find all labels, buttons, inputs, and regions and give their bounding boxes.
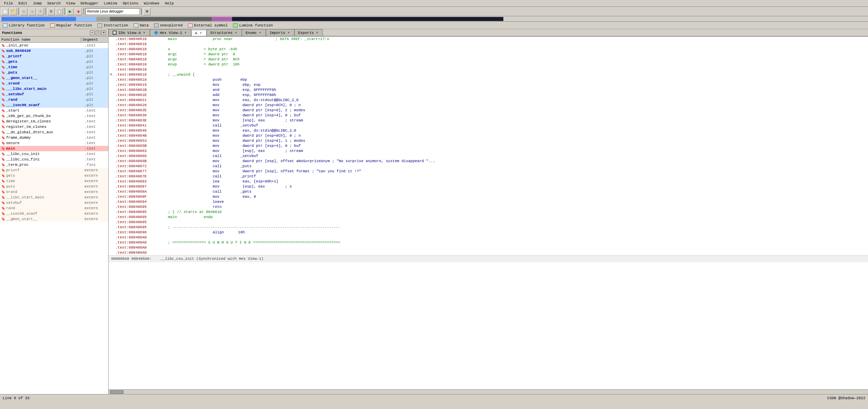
code-line[interactable]: .text:08048646 mov eax, ds:stdin@@GLIBC_… [109,128,868,133]
tab-close-structures[interactable]: × [234,31,238,35]
code-line[interactable]: .text:0804862E mov dword ptr [esp+8], 2 … [109,108,868,113]
function-row[interactable]: 🔖putsextern [0,184,108,189]
code-line[interactable]: .text:08048696 align 10h [109,230,868,235]
code-line[interactable]: .text:08048683 lea eax, [esp+80h+s] [109,179,868,184]
tab-close-exports[interactable]: × [315,31,319,35]
code-line[interactable]: .text:0804861B and esp, 0FFFFFFF0h [109,87,868,93]
function-row[interactable]: 🔖__gmon_start__extern [0,216,108,222]
function-row[interactable]: 🔖__libc_start_mainextern [0,195,108,200]
code-line[interactable]: .text:08048618argv = dword ptr 0Ch [109,57,868,62]
function-row[interactable]: 🔖randextern [0,206,108,211]
code-line[interactable]: .text:08048694 leave [109,199,868,204]
function-row[interactable]: 🔖__gmon_start__.plt [0,75,108,81]
code-line[interactable]: .text:0804865B mov dword ptr [esp+4], 0 … [109,143,868,149]
function-row[interactable]: 🔖__libc_csu_fini.text [0,157,108,162]
function-row[interactable]: 🔖_gets.plt [0,59,108,64]
function-row[interactable]: 🔖_rand.plt [0,97,108,102]
settings-button[interactable]: ⚙ [143,8,151,15]
function-row[interactable]: 🔖_time.plt [0,64,108,70]
function-row[interactable]: 🔖main.text [0,146,108,151]
code-line[interactable]: .text:08048672 call _puts [109,164,868,169]
code-line[interactable]: .text:0804864B mov dword ptr [esp+0Ch], … [109,133,868,138]
tab-ida-view-a[interactable]: 🔲 IDA View-A × [109,29,150,36]
tab-a[interactable]: A × [191,30,207,37]
menu-edit[interactable]: Edit [16,1,30,6]
menu-view[interactable]: View [63,1,78,6]
menu-search[interactable]: Search [44,1,63,6]
function-row[interactable]: 🔖_printf.plt [0,54,108,59]
scrollbar-thumb[interactable] [110,390,123,394]
code-line[interactable]: .text:080486A0; =============== S U B R … [109,240,868,245]
copy-button[interactable]: ⎘ [47,8,55,15]
code-line[interactable]: .text:08048695 retn [109,204,868,210]
tab-structures[interactable]: Structures × [207,29,242,36]
code-line[interactable]: .text:0804861E add esp, 0FFFFFF80h [109,93,868,98]
code-line[interactable]: .text:08048641 call _setvbuf [109,123,868,128]
menu-windows[interactable]: Windows [141,1,162,6]
code-line[interactable]: .text:08048619 mov ebp, esp [109,82,868,87]
function-row[interactable]: 🔖_x86_get_pc_thunk_bx.text [0,113,108,119]
code-line[interactable]: ▼..text:08048618; __unwind { [109,72,868,77]
code-line[interactable]: .text:08048618 push ebp [109,77,868,82]
menu-help[interactable]: Help [162,1,176,6]
function-row[interactable]: 🔖deregister_tm_clones.text [0,119,108,124]
code-view[interactable]: .text:08048618main proc near ; DATA XREF… [109,37,868,389]
tab-close-ida[interactable]: × [142,31,146,35]
forward-button[interactable]: → [28,8,36,15]
panel-maximize[interactable]: □ [96,31,100,35]
function-row[interactable]: 🔖frame_dummy.text [0,135,108,140]
panel-minimize[interactable]: − [90,31,95,35]
function-row[interactable]: 🔖sub_8048420.plt [0,48,108,54]
panel-close[interactable]: × [101,31,106,35]
stop-button[interactable]: ■ [75,8,82,15]
code-line[interactable]: .text:08048687 mov [esp], eax ; s [109,184,868,189]
code-line[interactable]: .text:08048618 [109,67,868,72]
menu-debugger[interactable]: Debugger [78,1,101,6]
open-button[interactable]: 📂 [9,8,17,15]
code-line[interactable]: .text:08048663 mov [esp], eax ; stream [109,149,868,154]
function-row[interactable]: 🔖secure.text [0,140,108,146]
tab-exports[interactable]: Exports × [294,29,323,36]
menu-options[interactable]: Options [120,1,141,6]
tab-close-hex[interactable]: × [184,31,188,35]
code-line[interactable]: .text:08048695; ------------------------… [109,225,868,230]
code-line[interactable]: .text:08048618envp = dword ptr 10h [109,62,868,67]
tab-enums[interactable]: Enums × [242,29,266,36]
functions-list[interactable]: 🔖_init_proc.init🔖sub_8048420.plt🔖_printf… [0,43,108,394]
tab-close-a[interactable]: × [199,31,203,35]
code-line[interactable]: .text:08048626 mov dword ptr [esp+0Ch], … [109,103,868,108]
function-row[interactable]: 🔖timeextern [0,178,108,184]
horizontal-scrollbar[interactable] [109,389,868,394]
menu-jump[interactable]: Jump [30,1,44,6]
function-row[interactable]: 🔖_start.text [0,108,108,113]
code-line[interactable]: .text:0804867E call _printf [109,174,868,179]
code-line[interactable]: .text:080486A0 [109,250,868,255]
code-line[interactable]: .text:08048621 mov eax, ds:stdout@@GLIBC… [109,98,868,103]
function-row[interactable]: 🔖printfextern [0,168,108,173]
code-line[interactable]: .text:0804868A call _gets [109,189,868,194]
code-line[interactable]: .text:08048618s = byte ptr -64h [109,47,868,52]
menu-file[interactable]: File [1,1,16,6]
code-line[interactable]: .text:08048666 call _setvbuf [109,154,868,159]
back-button[interactable]: ← [20,8,28,15]
run-button[interactable]: ▶ [66,8,74,15]
tab-close-imports[interactable]: × [287,31,291,35]
code-line[interactable]: .text:08048618 [109,42,868,47]
code-line[interactable]: .text:0804868F mov eax, 0 [109,194,868,199]
new-button[interactable]: 📄 [1,8,9,15]
code-line[interactable]: .text:08048636 mov dword ptr [esp+4], 0 … [109,113,868,118]
code-line[interactable]: .text:08048695main endp [109,215,868,220]
code-line[interactable]: .text:0804863E mov [esp], eax ; stream [109,118,868,123]
debugger-dropdown[interactable]: Remote Linux debugger [85,8,140,15]
function-row[interactable]: 🔖srandextern [0,189,108,195]
code-line[interactable]: .text:0804866B mov dword ptr [esp], offs… [109,159,868,164]
function-row[interactable]: 🔖__libc_csu_init.text [0,151,108,157]
paste-button[interactable]: 📋 [56,8,63,15]
function-row[interactable]: 🔖_srand.plt [0,81,108,86]
up-button[interactable]: ↑ [37,8,44,15]
menu-lumina[interactable]: Lumina [101,1,120,6]
tab-close-enums[interactable]: × [258,31,262,35]
code-line[interactable]: .text:080486A0 [109,235,868,240]
code-line[interactable]: .text:08048618argc = dword ptr 8 [109,52,868,57]
tab-imports[interactable]: Imports × [266,29,294,36]
